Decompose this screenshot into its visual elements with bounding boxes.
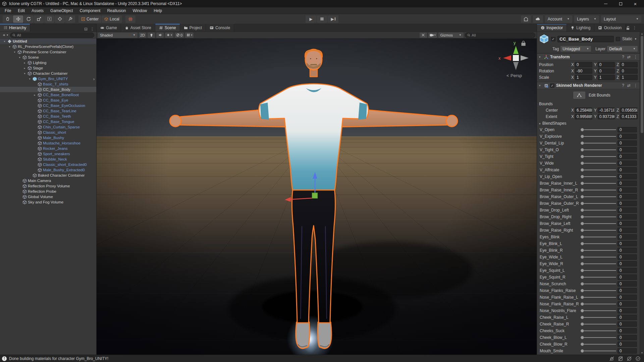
slider-handle[interactable] xyxy=(581,148,584,152)
shading-mode-dropdown[interactable]: Shaded▼ xyxy=(98,33,138,38)
blendshape-slider[interactable] xyxy=(581,255,616,259)
slider-handle[interactable] xyxy=(581,349,584,353)
blendshape-value-field[interactable]: 0 xyxy=(618,308,637,313)
slider-handle[interactable] xyxy=(581,162,584,165)
blendshape-value-field[interactable]: 0 xyxy=(618,295,637,300)
tree-row[interactable]: CC_Base_Tongue › xyxy=(0,119,96,124)
slider-handle[interactable] xyxy=(581,188,584,192)
gameobject-name-field[interactable] xyxy=(557,36,614,42)
tree-row[interactable]: CC_Base_Teeth › xyxy=(0,114,96,119)
y-field[interactable]: -0.16718 xyxy=(598,108,615,113)
gizmos-dropdown[interactable]: Gizmos▼ xyxy=(438,33,464,38)
kebab-menu-icon[interactable]: ⋮ xyxy=(633,25,637,30)
slider-handle[interactable] xyxy=(581,322,584,326)
tree-row[interactable]: Classic_short › xyxy=(0,130,96,135)
z-field[interactable]: 0 xyxy=(620,68,638,74)
menu-item[interactable]: Help xyxy=(150,7,165,14)
blendshape-value-field[interactable]: 0 xyxy=(618,275,637,280)
tree-row[interactable]: Scene › xyxy=(0,55,96,60)
view-tab[interactable]: Console xyxy=(206,24,234,32)
blendshape-slider[interactable] xyxy=(581,343,616,346)
blendshape-value-field[interactable]: 0 xyxy=(618,321,637,327)
tree-row[interactable]: Reflection Proxy Volume › xyxy=(0,183,96,189)
menu-item[interactable]: Edit xyxy=(14,7,28,14)
view-tab[interactable]: Scene xyxy=(155,24,180,32)
static-dropdown-caret[interactable]: ▼ xyxy=(634,38,637,41)
tree-row[interactable]: Classic_short_Extracted0 › xyxy=(0,162,96,167)
blendshape-slider[interactable] xyxy=(581,269,616,272)
tree-row[interactable]: Mustache_Horseshoe › xyxy=(0,140,96,146)
tree-row[interactable]: Male_Bushy_Extracted0 › xyxy=(0,167,96,173)
blendshape-value-field[interactable]: 0 xyxy=(618,328,637,334)
blendshape-value-field[interactable]: 0 xyxy=(618,348,637,354)
blendshape-slider[interactable] xyxy=(581,349,616,353)
tree-row[interactable]: Sky and Fog Volume › xyxy=(0,199,96,205)
slider-handle[interactable] xyxy=(581,302,584,306)
slider-handle[interactable] xyxy=(581,195,584,198)
x-field[interactable]: 0.995889 xyxy=(575,114,592,119)
scene-search[interactable] xyxy=(465,33,535,38)
slider-handle[interactable] xyxy=(581,229,584,232)
pivot-local-button[interactable]: Local xyxy=(102,15,122,23)
minimize-button[interactable] xyxy=(599,0,612,7)
slider-handle[interactable] xyxy=(581,249,584,252)
tree-row[interactable]: Rocker_Jeans › xyxy=(0,146,96,151)
kebab-menu-icon[interactable]: ⋮ xyxy=(634,83,638,88)
blendshape-slider[interactable] xyxy=(581,282,616,286)
blendshape-slider[interactable] xyxy=(581,195,616,198)
blendshape-slider[interactable] xyxy=(581,175,616,178)
slider-handle[interactable] xyxy=(581,269,584,272)
inspector-tab[interactable]: i Lighting xyxy=(567,24,594,32)
tree-row[interactable]: Stage › xyxy=(0,65,96,71)
blendshape-value-field[interactable]: 0 xyxy=(618,134,637,139)
tab-hierarchy[interactable]: Hierarchy xyxy=(0,24,30,32)
tree-row[interactable]: CC_Base_Eye › xyxy=(0,98,96,103)
z-field[interactable]: 1 xyxy=(620,75,638,80)
expand-arrow-icon[interactable] xyxy=(23,61,26,64)
blendshape-slider[interactable] xyxy=(581,262,616,265)
blendshape-value-field[interactable]: 0 xyxy=(618,342,637,347)
slider-handle[interactable] xyxy=(581,289,584,292)
presets-icon[interactable]: ⇄ xyxy=(627,55,631,59)
tree-row[interactable]: Reflection Probe › xyxy=(0,189,96,194)
view-tab[interactable]: Asset Store xyxy=(121,24,155,32)
slider-handle[interactable] xyxy=(581,242,584,245)
kebab-menu-icon[interactable]: ⋮ xyxy=(90,27,94,32)
blendshape-slider[interactable] xyxy=(581,222,616,225)
scene-grid-icon[interactable]: ▾ xyxy=(185,33,194,38)
hierarchy-search-input[interactable] xyxy=(17,33,92,37)
blendshape-value-field[interactable]: 0 xyxy=(618,174,637,179)
blendshape-value-field[interactable]: 0 xyxy=(618,315,637,320)
blendshape-slider[interactable] xyxy=(581,182,616,185)
layout-dropdown[interactable]: Layout▼ xyxy=(601,15,641,23)
account-dropdown[interactable]: Account▼ xyxy=(545,15,572,23)
blendshape-slider[interactable] xyxy=(581,168,616,172)
blendshape-value-field[interactable]: 0 xyxy=(618,241,637,246)
rect-tool-icon[interactable] xyxy=(44,15,54,23)
view-tab[interactable]: Project xyxy=(180,24,206,32)
blendshape-value-field[interactable]: 0 xyxy=(618,254,637,260)
slider-handle[interactable] xyxy=(581,141,584,145)
blendshape-value-field[interactable]: 0 xyxy=(618,147,637,153)
blendshape-value-field[interactable]: 0 xyxy=(618,301,637,307)
move-tool-icon[interactable] xyxy=(13,15,23,23)
y-field[interactable]: 0.937280 xyxy=(598,114,615,119)
blendshape-slider[interactable] xyxy=(581,296,616,299)
pivot-center-button[interactable]: Center xyxy=(78,15,101,23)
blendshape-slider[interactable] xyxy=(581,276,616,279)
y-field[interactable]: 1 xyxy=(598,75,615,80)
blendshape-slider[interactable] xyxy=(581,309,616,312)
close-button[interactable]: × xyxy=(629,0,642,7)
blendshape-value-field[interactable]: 0 xyxy=(618,154,637,159)
lock-icon[interactable] xyxy=(626,26,630,30)
expand-arrow-icon[interactable] xyxy=(28,77,32,80)
scene-tools-icon[interactable] xyxy=(420,33,427,38)
help-icon[interactable]: ? xyxy=(622,55,624,59)
debugger-disabled-icon[interactable] xyxy=(609,356,614,361)
collab-disabled-icon[interactable] xyxy=(627,356,632,361)
component-enabled-checkbox[interactable]: ✓ xyxy=(550,83,554,88)
slider-handle[interactable] xyxy=(581,336,584,339)
cloud-services-icon[interactable] xyxy=(533,15,543,23)
blendshape-value-field[interactable]: 0 xyxy=(618,201,637,206)
blendshape-slider[interactable] xyxy=(581,155,616,158)
